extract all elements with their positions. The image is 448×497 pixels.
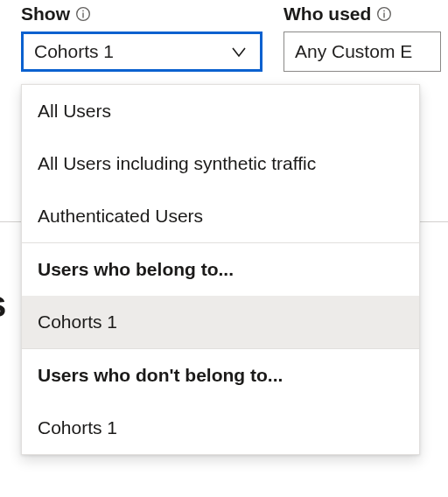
filter-show-label: Show [21, 4, 70, 24]
dropdown-option-cohorts-1-belong[interactable]: Cohorts 1 [22, 296, 419, 348]
svg-point-2 [82, 10, 84, 12]
who-used-dropdown[interactable]: Any Custom E [284, 32, 441, 72]
dropdown-option-all-users[interactable]: All Users [22, 85, 419, 137]
filter-row: Show Cohorts 1 [21, 0, 448, 72]
filter-show-label-row: Show [21, 0, 262, 32]
filter-who-used-label-row: Who used [284, 0, 441, 32]
dropdown-option-cohorts-1-dont-belong[interactable]: Cohorts 1 [22, 402, 419, 454]
show-dropdown[interactable]: Cohorts 1 [21, 32, 262, 72]
filter-who-used-label: Who used [284, 4, 371, 24]
dropdown-group-belong-to: Users who belong to... [22, 242, 419, 296]
dropdown-group-dont-belong-to: Users who don't belong to... [22, 348, 419, 402]
show-dropdown-value: Cohorts 1 [34, 41, 114, 62]
chevron-down-icon [228, 41, 249, 62]
info-icon[interactable] [75, 6, 91, 22]
dropdown-option-all-users-synthetic[interactable]: All Users including synthetic traffic [22, 137, 419, 190]
info-icon[interactable] [376, 6, 392, 22]
show-dropdown-panel: All Users All Users including synthetic … [21, 84, 420, 455]
page-heading-fragment: s [0, 284, 6, 326]
filter-who-used: Who used Any Custom E [284, 0, 441, 72]
filter-show: Show Cohorts 1 [21, 0, 262, 72]
dropdown-option-authenticated-users[interactable]: Authenticated Users [22, 190, 419, 242]
svg-point-5 [384, 10, 386, 12]
who-used-dropdown-value: Any Custom E [295, 41, 412, 62]
